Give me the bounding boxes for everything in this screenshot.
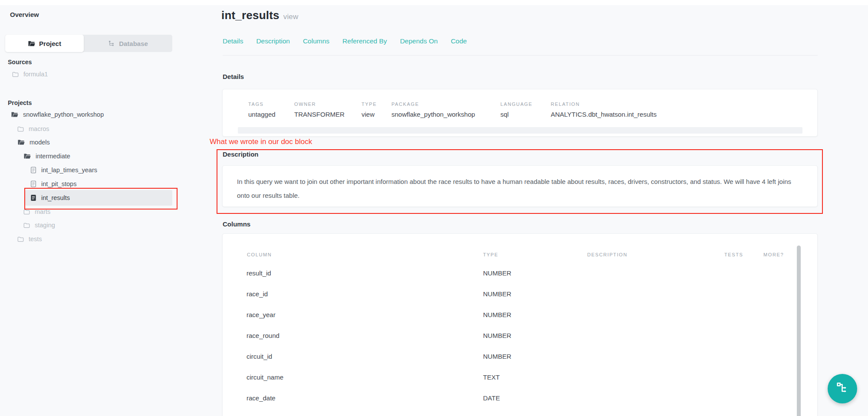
detail-value: untagged [248,111,276,118]
model-name: int_results [221,9,279,22]
detail-field-language: LANGUAGE sql [500,102,533,118]
detail-label: OWNER [294,102,345,107]
tree-item-label: tests [29,236,42,242]
col-header-tests: TESTS [724,252,743,257]
detail-label: LANGUAGE [500,102,533,107]
toggle-database-label: Database [119,40,148,47]
table-row[interactable]: circuit_name TEXT [223,373,817,394]
file-icon [30,167,36,174]
tree-item-marts[interactable]: marts [23,205,50,218]
description-body: In this query we want to join out other … [237,175,801,203]
projects-section-label: Projects [8,99,32,106]
detail-value: sql [500,111,533,118]
toggle-database-button[interactable]: Database [84,35,172,52]
columns-scrollbar[interactable] [797,246,801,416]
toggle-project-button[interactable]: Project [5,35,84,52]
tree-item-tests[interactable]: tests [17,233,42,246]
columns-section-heading: Columns [223,220,250,228]
table-row[interactable]: race_id NUMBER [223,290,817,311]
tab-description[interactable]: Description [256,37,290,45]
table-row[interactable]: race_round NUMBER [223,332,817,353]
column-name: race_year [247,311,276,318]
col-header-more: MORE? [763,252,784,257]
annotation-text: What we wrote in our doc block [210,138,312,146]
detail-field-relation: RELATION ANALYTICS.dbt_hwatson.int_resul… [551,102,657,118]
tab-referenced-by[interactable]: Referenced By [342,37,387,45]
tree-item-label: staging [35,222,55,229]
tree-item-intermediate[interactable]: intermediate [23,150,70,163]
detail-field-type: TYPE view [362,102,377,118]
tab-columns[interactable]: Columns [303,37,329,45]
tree-item-macros[interactable]: macros [17,122,49,135]
detail-label: TYPE [362,102,377,107]
tab-depends-on[interactable]: Depends On [400,37,438,45]
view-toggle: Project Database [5,35,172,52]
column-name: race_round [247,332,279,339]
tree-item-snowflake-python-workshop[interactable]: snowflake_python_workshop [11,108,104,121]
column-name: circuit_id [247,353,272,360]
lineage-graph-button[interactable] [828,374,857,403]
tree-item-label: marts [35,208,50,215]
folder-closed-icon [17,236,24,242]
column-type: TEXT [483,373,500,381]
detail-label: PACKAGE [391,102,475,107]
detail-label: TAGS [248,102,276,107]
tree-item-label: int_lap_times_years [41,167,97,174]
columns-card: COLUMN TYPE DESCRIPTION TESTS MORE? resu… [222,233,818,416]
detail-value: ANALYTICS.dbt_hwatson.int_results [551,111,657,118]
column-type: NUMBER [483,353,511,360]
detail-value: TRANSFORMER [294,111,345,118]
tree-item-label: models [30,139,50,146]
column-name: race_date [247,394,276,402]
file-solid-icon [30,194,36,201]
tab-details[interactable]: Details [223,37,243,45]
database-tree-icon [108,40,115,47]
source-item-formula1[interactable]: formula1 [12,68,48,81]
detail-field-package: PACKAGE snowflake_python_workshop [391,102,475,118]
folder-closed-icon [17,126,24,132]
description-section-heading: Description [223,151,259,158]
folder-open-icon [23,153,31,159]
table-row[interactable]: circuit_id NUMBER [223,353,817,373]
file-icon [30,180,36,187]
column-name: race_id [247,290,268,298]
tree-item-int-pit-stops[interactable]: int_pit_stops [30,177,76,190]
tree-item-label: snowflake_python_workshop [23,111,104,118]
lineage-graph-icon [835,381,849,396]
model-type-label: view [283,13,299,21]
folder-open-icon [11,111,18,118]
detail-value: snowflake_python_workshop [391,111,475,118]
tree-item-int-results[interactable]: int_results [30,191,70,204]
sidebar-overview-label: Overview [10,11,39,18]
column-type: NUMBER [483,269,511,277]
description-card: In this query we want to join out other … [222,165,818,207]
details-collapsed-strip [238,127,802,134]
page-title: int_resultsview [221,9,299,22]
col-header-type: TYPE [483,252,498,257]
toggle-project-label: Project [39,40,61,47]
detail-value: view [362,111,377,118]
folder-open-icon [28,40,35,47]
details-section-heading: Details [223,73,244,80]
tree-item-int-lap-times-years[interactable]: int_lap_times_years [30,164,97,177]
column-type: NUMBER [483,311,511,318]
table-row[interactable]: race_year NUMBER [223,311,817,332]
detail-field-owner: OWNER TRANSFORMER [294,102,345,118]
table-row[interactable]: result_id NUMBER [223,269,817,290]
col-header-column: COLUMN [247,252,272,257]
tab-code[interactable]: Code [451,37,467,45]
column-type: NUMBER [483,290,511,298]
tree-item-staging[interactable]: staging [23,219,55,232]
col-header-description: DESCRIPTION [587,252,628,257]
tree-item-models[interactable]: models [17,136,50,149]
folder-open-icon [17,139,25,145]
tree-item-label: int_results [41,194,70,201]
table-row[interactable]: race_date DATE [223,394,817,415]
tree-item-label: intermediate [36,153,70,160]
sources-section-label: Sources [8,59,32,66]
detail-field-tags: TAGS untagged [248,102,276,118]
detail-label: RELATION [551,102,657,107]
column-type: NUMBER [483,332,511,339]
tab-divider [223,55,818,56]
folder-closed-icon [12,72,19,77]
